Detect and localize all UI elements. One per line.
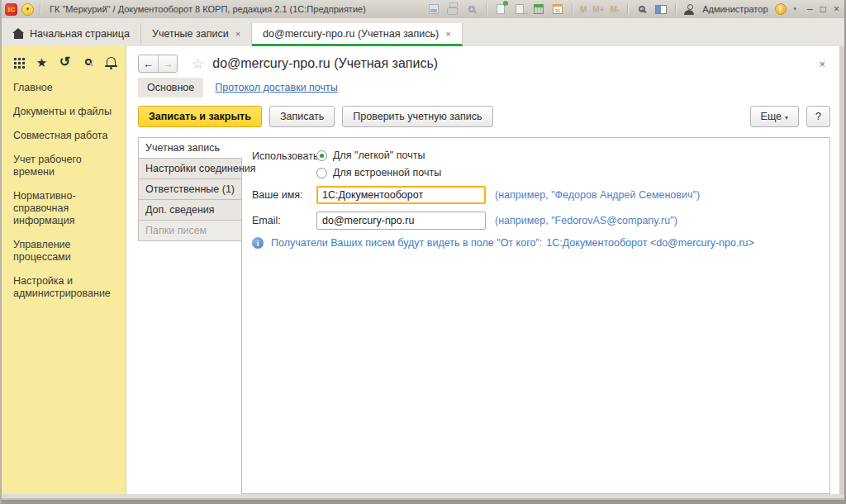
window-controls: – □ ×: [807, 4, 839, 14]
history-icon[interactable]: ↺: [59, 55, 71, 69]
title-bar: 1C ▾ ГК "Меркурий" / Документооборот 8 К…: [2, 0, 844, 18]
calculator-icon[interactable]: [532, 2, 545, 16]
radio-label: Для "легкой" почты: [333, 150, 425, 161]
memory-recall-button[interactable]: M: [580, 5, 587, 14]
from-field-info: i Получатели Ваших писем будут видеть в …: [252, 237, 820, 249]
minimize-button[interactable]: –: [807, 4, 813, 14]
open-windows-tabbar: Начальная страница Учетные записи × do@m…: [2, 18, 844, 46]
use-label: Использовать:: [252, 148, 316, 178]
maximize-button[interactable]: □: [820, 4, 826, 14]
info-button[interactable]: i: [774, 2, 787, 16]
form-side-tabs: Учетная запись Настройки соединения Отве…: [138, 137, 242, 240]
name-field-row: Ваше имя: (например, "Федоров Андрей Сем…: [252, 186, 820, 204]
info-from-value: 1С:Документооборот <do@mercury-npo.ru>: [546, 237, 754, 249]
radio-label: Для встроенной почты: [333, 167, 441, 178]
subtab-main[interactable]: Основное: [138, 78, 203, 97]
radio-unchecked-icon[interactable]: [316, 168, 327, 178]
back-button[interactable]: ←: [139, 55, 158, 72]
account-settings-panel: Использовать: Для "легкой" почты Для вст…: [241, 137, 830, 494]
add-to-favorites-star-icon[interactable]: ☆: [192, 55, 204, 73]
sections-menu: Главное Документы и файлы Совместная раб…: [2, 76, 126, 306]
sidebar-tools: ★ ↺: [2, 46, 126, 76]
menu-grid-icon[interactable]: [12, 55, 25, 69]
split-window-icon[interactable]: [654, 2, 668, 16]
name-hint: (например, "Федоров Андрей Семенович"): [495, 189, 700, 201]
memory-plus-button[interactable]: M+: [592, 5, 604, 14]
calendar-icon[interactable]: 31: [551, 2, 564, 16]
side-tab-additional-info[interactable]: Доп. сведения: [138, 199, 242, 221]
form-window: ← → ☆ do@mercury-npo.ru (Учетная запись)…: [126, 46, 839, 494]
email-hint: (например, "FedorovAS@company.ru"): [495, 215, 677, 226]
add-link-icon[interactable]: [494, 2, 507, 16]
tab-label: do@mercury-npo.ru (Учетная запись): [263, 28, 439, 40]
form-area: Учетная запись Настройки соединения Отве…: [138, 137, 830, 494]
sidebar-item-collaboration[interactable]: Совместная работа: [2, 124, 126, 148]
close-window-button[interactable]: ×: [834, 4, 839, 14]
save-and-close-button[interactable]: Записать и закрыть: [138, 106, 262, 127]
close-tab-icon[interactable]: ×: [235, 29, 240, 39]
side-tab-mail-folders: Папки писем: [138, 220, 242, 241]
tab-label: Начальная страница: [30, 28, 130, 40]
name-input[interactable]: [316, 186, 486, 204]
sections-panel: ★ ↺ Главное Документы и файлы Совместная…: [2, 46, 126, 494]
form-subnav: Основное Протокол доставки почты: [135, 78, 832, 104]
radio-light-mail[interactable]: Для "легкой" почты: [316, 150, 441, 161]
use-radio-group: Для "легкой" почты Для встроенной почты: [316, 148, 441, 178]
go-to-link-icon[interactable]: [513, 2, 526, 16]
side-tab-account[interactable]: Учетная запись: [138, 137, 242, 159]
tab-home-page[interactable]: Начальная страница: [3, 23, 141, 46]
main-menu-button[interactable]: ▾: [21, 3, 34, 16]
subtab-mail-delivery-protocol[interactable]: Протокол доставки почты: [215, 82, 337, 93]
notifications-bell-icon[interactable]: [105, 55, 117, 69]
command-bar: Записать и закрыть Записать Проверить уч…: [135, 104, 832, 137]
save-button[interactable]: Записать: [269, 106, 335, 127]
current-user[interactable]: Администратор: [702, 4, 768, 14]
sidebar-item-main[interactable]: Главное: [2, 76, 126, 100]
divider: [40, 3, 40, 15]
email-label: Email:: [252, 215, 316, 226]
tab-accounts[interactable]: Учетные записи ×: [141, 23, 252, 46]
window-bottom-border: [2, 494, 844, 504]
tab-account-form[interactable]: do@mercury-npo.ru (Учетная запись) ×: [252, 23, 463, 46]
close-tab-icon[interactable]: ×: [445, 29, 450, 39]
radio-checked-icon[interactable]: [316, 150, 327, 161]
side-tab-connection-settings[interactable]: Настройки соединения: [138, 158, 242, 179]
chevron-down-icon[interactable]: ▾: [794, 6, 797, 12]
save-icon[interactable]: [427, 2, 440, 16]
email-input[interactable]: [316, 212, 486, 230]
sidebar-item-administration[interactable]: Настройка и администрирование: [2, 269, 126, 306]
home-icon: [14, 33, 23, 39]
divider: [627, 3, 628, 15]
search-icon[interactable]: [82, 55, 94, 69]
divider: [572, 3, 573, 15]
app-body: ★ ↺ Главное Документы и файлы Совместная…: [2, 46, 844, 494]
forward-button[interactable]: →: [158, 55, 177, 72]
sidebar-item-time-tracking[interactable]: Учет рабочего времени: [2, 148, 126, 184]
1c-logo-icon: 1C: [5, 3, 17, 16]
divider: [675, 3, 676, 15]
radio-builtin-mail[interactable]: Для встроенной почты: [316, 167, 441, 178]
email-field-row: Email: (например, "FedorovAS@company.ru"…: [252, 212, 820, 230]
name-label: Ваше имя:: [252, 189, 316, 201]
more-button[interactable]: Еще▾: [750, 106, 799, 127]
help-button[interactable]: ?: [806, 106, 830, 127]
print-icon[interactable]: [446, 2, 459, 16]
check-account-button[interactable]: Проверить учетную запись: [342, 106, 492, 127]
print-preview-icon[interactable]: [465, 2, 478, 16]
sidebar-item-reference-info[interactable]: Нормативно-справочная информация: [2, 184, 126, 233]
info-icon: i: [252, 237, 264, 249]
divider: [486, 3, 487, 15]
window-title: ГК "Меркурий" / Документооборот 8 КОРП, …: [50, 4, 366, 14]
memory-minus-button[interactable]: M-: [610, 5, 620, 14]
tab-label: Учетные записи: [152, 28, 229, 40]
favorites-icon[interactable]: ★: [36, 55, 48, 69]
info-text: Получатели Ваших писем будут видеть в по…: [271, 237, 754, 249]
chevron-down-icon: ▾: [785, 114, 788, 121]
app-window: 1C ▾ ГК "Меркурий" / Документооборот 8 К…: [0, 0, 846, 504]
sidebar-item-documents[interactable]: Документы и файлы: [2, 100, 126, 124]
side-tab-responsible[interactable]: Ответственные (1): [138, 178, 242, 200]
sidebar-item-process-management[interactable]: Управление процессами: [2, 233, 126, 269]
close-form-icon[interactable]: ×: [814, 58, 830, 70]
user-icon: [683, 2, 696, 16]
zoom-icon[interactable]: +: [635, 2, 649, 16]
